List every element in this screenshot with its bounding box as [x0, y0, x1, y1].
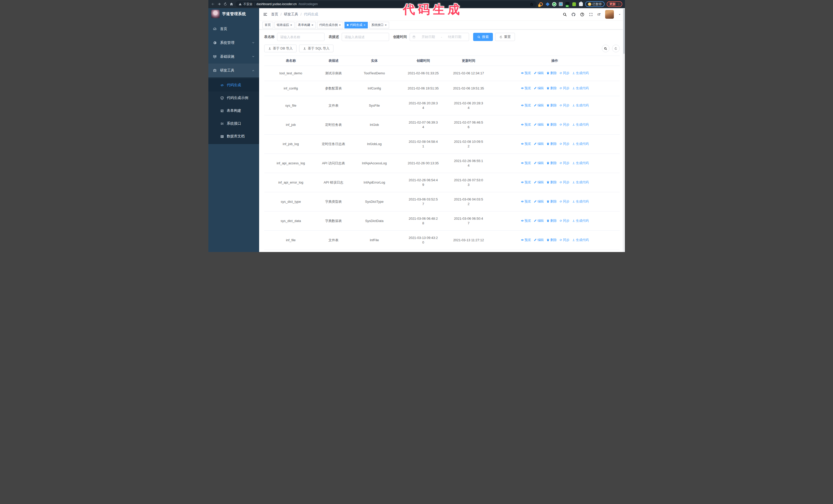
search-icon[interactable]	[563, 12, 567, 17]
browser-reload-icon[interactable]	[223, 2, 227, 6]
generate-code-link[interactable]: 生成代码	[572, 71, 589, 75]
scrollbar-track[interactable]	[623, 8, 625, 252]
url-path[interactable]: /tool/codegen	[299, 2, 318, 6]
tab-form-builder[interactable]: 表单构建×	[296, 22, 316, 28]
edit-link[interactable]: 编辑	[533, 122, 544, 127]
extension-icon[interactable]	[572, 2, 576, 6]
delete-link[interactable]: 删除	[546, 122, 557, 127]
sidebar-item-codegen[interactable]: 代码生成	[208, 79, 259, 92]
delete-link[interactable]: 删除	[546, 218, 557, 223]
table-name-input[interactable]	[277, 33, 325, 41]
extension-icon[interactable]	[545, 2, 550, 6]
sync-link[interactable]: 同步	[559, 161, 570, 165]
security-label[interactable]: 不安全	[243, 2, 253, 6]
generate-code-link[interactable]: 生成代码	[572, 180, 589, 185]
browser-home-icon[interactable]	[230, 2, 234, 6]
reset-button[interactable]: 重置	[495, 33, 515, 41]
sidebar-item-infra[interactable]: 基础设施	[208, 50, 259, 64]
update-button[interactable]: 更新	[607, 1, 622, 7]
date-range-picker[interactable]: 开始日期 - 结束日期	[410, 33, 469, 41]
close-icon[interactable]: ×	[364, 24, 365, 27]
sync-link[interactable]: 同步	[559, 199, 570, 204]
tab-codegen-example[interactable]: 代码生成示例×	[317, 22, 343, 28]
breadcrumb-home[interactable]: 首页	[271, 12, 278, 17]
preview-link[interactable]: 预览	[521, 122, 531, 127]
sync-link[interactable]: 同步	[559, 86, 570, 91]
generate-code-link[interactable]: 生成代码	[572, 122, 589, 127]
browser-back-icon[interactable]	[211, 2, 215, 6]
preview-link[interactable]: 预览	[521, 218, 531, 223]
github-icon[interactable]	[571, 12, 576, 17]
bookmark-star-icon[interactable]	[530, 2, 533, 6]
fullscreen-icon[interactable]	[589, 12, 593, 17]
close-icon[interactable]: ×	[339, 24, 341, 27]
tab-home[interactable]: 首页	[262, 22, 273, 28]
close-icon[interactable]: ×	[385, 24, 387, 27]
generate-code-link[interactable]: 生成代码	[572, 218, 589, 223]
generate-code-link[interactable]: 生成代码	[572, 142, 589, 146]
generate-code-link[interactable]: 生成代码	[572, 238, 589, 242]
avatar[interactable]	[605, 10, 614, 19]
tab-codegen[interactable]: 代码生成×	[344, 22, 368, 28]
delete-link[interactable]: 删除	[546, 86, 557, 91]
sidebar-item-form-builder[interactable]: 表单构建	[208, 104, 259, 117]
preview-link[interactable]: 预览	[521, 161, 531, 165]
refresh-table-button[interactable]	[612, 45, 620, 52]
sidebar-item-system[interactable]: 系统管理	[208, 36, 259, 50]
preview-link[interactable]: 预览	[521, 142, 531, 146]
delete-link[interactable]: 删除	[546, 180, 557, 185]
delete-link[interactable]: 删除	[546, 71, 557, 75]
delete-link[interactable]: 删除	[546, 161, 557, 165]
sidebar-item-api[interactable]: 系统接口	[208, 117, 259, 130]
font-size-icon[interactable]: tT	[597, 13, 600, 17]
preview-link[interactable]: 预览	[521, 71, 531, 75]
toggle-search-button[interactable]	[602, 45, 610, 52]
sidebar-item-devtools[interactable]: 研发工具	[208, 64, 259, 77]
preview-link[interactable]: 预览	[521, 86, 531, 91]
sync-link[interactable]: 同步	[559, 103, 570, 108]
url-host[interactable]: dashboard.yudao.iocoder.cn	[257, 2, 297, 6]
sql-import-button[interactable]: 基于 SQL 导入	[299, 45, 333, 52]
edit-link[interactable]: 编辑	[533, 180, 544, 185]
browser-forward-icon[interactable]	[217, 2, 221, 6]
edit-link[interactable]: 编辑	[533, 199, 544, 204]
delete-link[interactable]: 删除	[546, 142, 557, 146]
sync-link[interactable]: 同步	[559, 142, 570, 146]
delete-link[interactable]: 删除	[546, 238, 557, 242]
extension-icon[interactable]: 1	[539, 2, 543, 6]
sidebar-item-codegen-example[interactable]: 代码生成示例	[208, 92, 259, 104]
scrollbar-thumb[interactable]	[623, 9, 625, 54]
sidebar-item-home[interactable]: 首页	[208, 22, 259, 36]
close-icon[interactable]: ×	[312, 24, 313, 27]
breadcrumb-devtools[interactable]: 研发工具	[284, 12, 298, 17]
extension-icon[interactable]	[559, 2, 563, 6]
generate-code-link[interactable]: 生成代码	[572, 86, 589, 91]
tab-tracing[interactable]: 链路追踪×	[275, 22, 294, 28]
help-icon[interactable]	[580, 12, 585, 17]
extensions-puzzle-icon[interactable]	[579, 2, 583, 6]
generate-code-link[interactable]: 生成代码	[572, 103, 589, 108]
hamburger-icon[interactable]	[263, 12, 268, 17]
generate-code-link[interactable]: 生成代码	[572, 161, 589, 165]
preview-link[interactable]: 预览	[521, 238, 531, 242]
address-bar[interactable]: 不安全 dashboard.yudao.iocoder.cn /tool/cod…	[236, 1, 537, 7]
extension-icon[interactable]	[552, 2, 556, 6]
start-date-placeholder[interactable]: 开始日期	[417, 34, 440, 39]
edit-link[interactable]: 编辑	[533, 161, 544, 165]
close-icon[interactable]: ×	[290, 24, 292, 27]
preview-link[interactable]: 预览	[521, 103, 531, 108]
edit-link[interactable]: 编辑	[533, 103, 544, 108]
sync-link[interactable]: 同步	[559, 180, 570, 185]
paused-chip[interactable]: 已暂停	[585, 1, 604, 7]
sync-link[interactable]: 同步	[559, 71, 570, 75]
caret-down-icon[interactable]	[618, 13, 621, 16]
edit-link[interactable]: 编辑	[533, 71, 544, 75]
extension-icon[interactable]: on	[565, 2, 570, 6]
tab-api[interactable]: 系统接口×	[369, 22, 389, 28]
edit-link[interactable]: 编辑	[533, 218, 544, 223]
end-date-placeholder[interactable]: 结束日期	[443, 34, 467, 39]
edit-link[interactable]: 编辑	[533, 238, 544, 242]
edit-link[interactable]: 编辑	[533, 86, 544, 91]
sync-link[interactable]: 同步	[559, 122, 570, 127]
preview-link[interactable]: 预览	[521, 180, 531, 185]
